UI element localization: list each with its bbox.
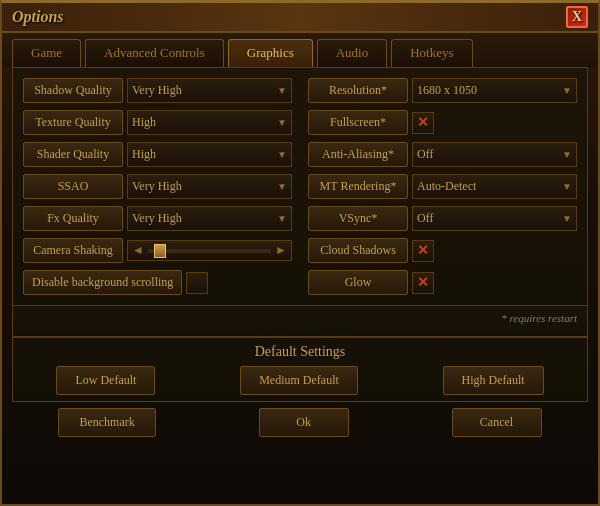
resolution-arrow: ▼ (562, 85, 572, 96)
anti-aliasing-value: Off (417, 147, 433, 162)
requires-restart-note: * requires restart (23, 312, 577, 324)
disable-scroll-label: Disable background scrolling (23, 270, 182, 295)
slider-right-arrow[interactable]: ► (275, 243, 287, 258)
cloud-shadows-label: Cloud Shadows (308, 238, 408, 263)
disable-scroll-checkbox[interactable] (186, 272, 208, 294)
shader-quality-row: Shader Quality High ▼ (23, 142, 292, 167)
tab-audio[interactable]: Audio (317, 39, 388, 67)
camera-shaking-slider[interactable]: ◄ ► (127, 240, 292, 261)
fx-quality-label: Fx Quality (23, 206, 123, 231)
benchmark-button[interactable]: Benchmark (58, 408, 155, 437)
ssao-arrow: ▼ (277, 181, 287, 192)
settings-content: Shadow Quality Very High ▼ Texture Quali… (12, 67, 588, 306)
ssao-label: SSAO (23, 174, 123, 199)
resolution-value: 1680 x 1050 (417, 83, 477, 98)
bottom-section: * requires restart (12, 306, 588, 337)
slider-track (148, 249, 271, 253)
tab-game[interactable]: Game (12, 39, 81, 67)
options-window: Options X Game Advanced Controls Graphic… (0, 0, 600, 506)
glow-row: Glow ✕ (308, 270, 577, 295)
tab-advanced-controls[interactable]: Advanced Controls (85, 39, 224, 67)
vsync-select[interactable]: Off ▼ (412, 206, 577, 231)
shader-quality-label: Shader Quality (23, 142, 123, 167)
ssao-value: Very High (132, 179, 182, 194)
mt-rendering-value: Auto-Detect (417, 179, 476, 194)
window-title: Options (12, 8, 64, 26)
medium-default-button[interactable]: Medium Default (240, 366, 358, 395)
tab-hotkeys[interactable]: Hotkeys (391, 39, 472, 67)
fullscreen-checkbox[interactable]: ✕ (412, 112, 434, 134)
texture-quality-select[interactable]: High ▼ (127, 110, 292, 135)
shadow-quality-row: Shadow Quality Very High ▼ (23, 78, 292, 103)
texture-quality-arrow: ▼ (277, 117, 287, 128)
mt-rendering-label: MT Rendering* (308, 174, 408, 199)
vsync-row: VSync* Off ▼ (308, 206, 577, 231)
right-column: Resolution* 1680 x 1050 ▼ Fullscreen* ✕ … (308, 78, 577, 295)
glow-label: Glow (308, 270, 408, 295)
ok-button[interactable]: Ok (259, 408, 349, 437)
tab-bar: Game Advanced Controls Graphics Audio Ho… (2, 33, 598, 67)
texture-quality-row: Texture Quality High ▼ (23, 110, 292, 135)
vsync-arrow: ▼ (562, 213, 572, 224)
ssao-row: SSAO Very High ▼ (23, 174, 292, 199)
shader-quality-value: High (132, 147, 156, 162)
default-settings-title: Default Settings (19, 344, 581, 360)
fx-quality-arrow: ▼ (277, 213, 287, 224)
texture-quality-value: High (132, 115, 156, 130)
high-default-button[interactable]: High Default (443, 366, 544, 395)
fx-quality-select[interactable]: Very High ▼ (127, 206, 292, 231)
slider-handle[interactable] (154, 244, 166, 258)
cloud-shadows-check-icon: ✕ (417, 242, 429, 259)
shadow-quality-value: Very High (132, 83, 182, 98)
texture-quality-label: Texture Quality (23, 110, 123, 135)
fullscreen-row: Fullscreen* ✕ (308, 110, 577, 135)
camera-shaking-row: Camera Shaking ◄ ► (23, 238, 292, 263)
shadow-quality-label: Shadow Quality (23, 78, 123, 103)
fullscreen-check-icon: ✕ (417, 114, 429, 131)
default-settings-section: Default Settings Low Default Medium Defa… (12, 337, 588, 402)
resolution-select[interactable]: 1680 x 1050 ▼ (412, 78, 577, 103)
shadow-quality-select[interactable]: Very High ▼ (127, 78, 292, 103)
mt-rendering-select[interactable]: Auto-Detect ▼ (412, 174, 577, 199)
fullscreen-label: Fullscreen* (308, 110, 408, 135)
tab-graphics[interactable]: Graphics (228, 39, 313, 67)
glow-check-icon: ✕ (417, 274, 429, 291)
cloud-shadows-checkbox[interactable]: ✕ (412, 240, 434, 262)
vsync-value: Off (417, 211, 433, 226)
resolution-row: Resolution* 1680 x 1050 ▼ (308, 78, 577, 103)
title-bar: Options X (2, 3, 598, 33)
mt-rendering-arrow: ▼ (562, 181, 572, 192)
camera-shaking-label: Camera Shaking (23, 238, 123, 263)
anti-aliasing-arrow: ▼ (562, 149, 572, 160)
shadow-quality-arrow: ▼ (277, 85, 287, 96)
left-column: Shadow Quality Very High ▼ Texture Quali… (23, 78, 292, 295)
low-default-button[interactable]: Low Default (56, 366, 155, 395)
vsync-label: VSync* (308, 206, 408, 231)
fx-quality-value: Very High (132, 211, 182, 226)
ssao-select[interactable]: Very High ▼ (127, 174, 292, 199)
anti-aliasing-select[interactable]: Off ▼ (412, 142, 577, 167)
fx-quality-row: Fx Quality Very High ▼ (23, 206, 292, 231)
bottom-bar: Benchmark Ok Cancel (12, 408, 588, 437)
shader-quality-arrow: ▼ (277, 149, 287, 160)
close-button[interactable]: X (566, 6, 588, 28)
anti-aliasing-label: Anti-Aliasing* (308, 142, 408, 167)
cloud-shadows-row: Cloud Shadows ✕ (308, 238, 577, 263)
settings-grid: Shadow Quality Very High ▼ Texture Quali… (23, 78, 577, 295)
shader-quality-select[interactable]: High ▼ (127, 142, 292, 167)
glow-checkbox[interactable]: ✕ (412, 272, 434, 294)
mt-rendering-row: MT Rendering* Auto-Detect ▼ (308, 174, 577, 199)
default-buttons-row: Low Default Medium Default High Default (19, 366, 581, 395)
cancel-button[interactable]: Cancel (452, 408, 542, 437)
disable-scroll-row: Disable background scrolling (23, 270, 292, 295)
anti-aliasing-row: Anti-Aliasing* Off ▼ (308, 142, 577, 167)
resolution-label: Resolution* (308, 78, 408, 103)
slider-left-arrow[interactable]: ◄ (132, 243, 144, 258)
